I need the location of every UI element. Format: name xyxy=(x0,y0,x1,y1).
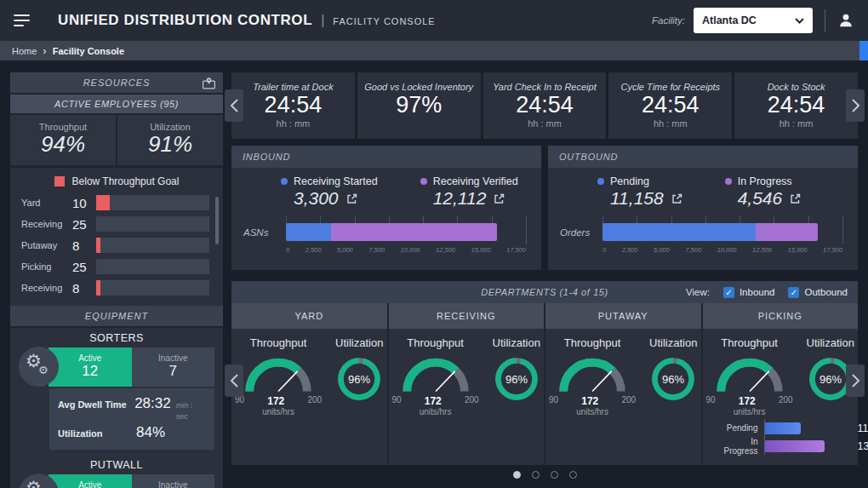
dept-col-receiving: Throughput 90172200 units/hrs U xyxy=(389,329,545,465)
breadcrumb-accent xyxy=(859,41,868,60)
chevron-right-icon xyxy=(852,374,859,388)
employee-bar xyxy=(96,259,209,274)
outbound-panel: OUTBOUND Pending 11,158 In Progress xyxy=(548,146,858,270)
breadcrumb-current: Facility Console xyxy=(53,46,124,56)
kpi-scroll-left-button[interactable] xyxy=(225,89,243,122)
pending-bar xyxy=(765,422,801,434)
machine-putwall: PUTWALL ⚙⚙ Active 10 Inactive 2 Avg Dwel… xyxy=(10,455,223,488)
dept-header-picking[interactable]: PICKING xyxy=(703,303,859,329)
header-divider xyxy=(825,9,825,32)
outbound-checkbox[interactable]: ✓ Outbound xyxy=(788,287,848,298)
legend-receiving-verified: Receiving Verified 12,112 xyxy=(420,175,518,209)
orders-stacked-bar xyxy=(602,223,842,241)
departments-panel: DEPARTMENTS (1-4 of 15) View: ✓ Inbound … xyxy=(231,281,858,465)
orders-axis: 02,5005,0007,50010,00012,50015,00017,500 xyxy=(602,246,842,254)
picking-order-bars: Pending 11,560 In Progress 13,772 xyxy=(706,419,855,455)
throughput-gauge xyxy=(711,353,789,394)
blue-dot-icon xyxy=(597,178,604,185)
asns-label: ASNs xyxy=(243,215,286,238)
employee-list-scrollbar[interactable] xyxy=(215,197,219,244)
content: RESOURCES ACTIVE EMPLOYEES (95) Throughp… xyxy=(0,60,868,488)
inbound-checkbox[interactable]: ✓ Inbound xyxy=(723,287,775,298)
dept-header-yard[interactable]: YARD xyxy=(231,303,387,329)
resources-sidebar: RESOURCES ACTIVE EMPLOYEES (95) Throughp… xyxy=(10,72,223,488)
employee-row-receiving-2: Receiving 8 xyxy=(21,278,209,299)
inbound-panel: INBOUND Receiving Started 3,300 Receivin… xyxy=(231,146,541,270)
kpi-dock-to-stock: Dock to Stock 24:54 hh : mm xyxy=(734,72,858,139)
legend-pending: Pending 11,158 xyxy=(597,175,682,209)
orders-chart: Orders 02,5005,0007,50010,00012,50015,00… xyxy=(560,215,846,265)
breadcrumb-home[interactable]: Home xyxy=(12,46,37,56)
stat-throughput: Throughput 94% xyxy=(10,115,116,165)
utilization-donut: 96% xyxy=(335,355,383,403)
breadcrumb: Home › Facility Console xyxy=(0,41,868,60)
inbound-header: INBOUND xyxy=(231,146,541,168)
kpi-good-vs-locked-inventory: Good vs Locked Inventory 97% xyxy=(357,72,481,139)
external-link-icon[interactable] xyxy=(494,193,505,204)
departments-scroll-right-button[interactable] xyxy=(846,365,865,397)
facility-label: Facility: xyxy=(652,15,685,26)
throughput-gauge xyxy=(553,353,631,394)
employee-rows: Yard 10 Receiving 25 Putaway 8 Picking 2… xyxy=(10,190,223,306)
legend-receiving-started: Receiving Started 3,300 xyxy=(281,175,378,209)
in-progress-bar-row: In Progress 13,772 xyxy=(715,437,855,455)
pagination-dot-2[interactable] xyxy=(532,471,540,479)
employee-row-picking: Picking 25 xyxy=(21,256,209,278)
sorters-inactive: Inactive 7 xyxy=(132,347,215,387)
departments-scroll-left-button[interactable] xyxy=(225,365,243,397)
pagination-dot-3[interactable] xyxy=(551,471,558,479)
external-link-icon[interactable] xyxy=(790,193,801,204)
kpi-trailer-time-at-dock: Trailer time at Dock 24:54 hh : mm xyxy=(231,72,355,139)
employee-bar xyxy=(96,280,209,296)
kpi-cycle-time-for-receipts: Cycle Time for Receipts 24:54 hh : mm xyxy=(608,72,732,139)
below-goal-legend: Below Throughput Goal xyxy=(10,168,223,190)
pending-bar-row: Pending 11,560 xyxy=(715,419,855,437)
top-bar: UNIFIED DISTRIBUTION CONTROL | FACILITY … xyxy=(0,0,868,41)
purple-dot-icon xyxy=(725,178,732,185)
purple-dot-icon xyxy=(420,178,427,185)
kpi-scroll-right-button[interactable] xyxy=(846,89,865,122)
equipment-title: EQUIPMENT xyxy=(85,311,148,321)
resources-title: RESOURCES xyxy=(83,78,151,88)
blue-dot-icon xyxy=(281,178,288,185)
in-progress-segment xyxy=(756,223,818,241)
user-icon[interactable] xyxy=(837,12,854,29)
receiving-verified-segment xyxy=(331,223,497,241)
receiving-started-segment xyxy=(286,223,331,241)
departments-pagination xyxy=(231,471,858,479)
pending-segment xyxy=(602,223,756,241)
asns-chart: ASNs 02,5005,0007,50010,00012,50015,0001… xyxy=(243,215,529,265)
breadcrumb-separator-icon: › xyxy=(43,45,46,56)
kpi-carousel: Trailer time at Dock 24:54 hh : mm Good … xyxy=(231,72,858,139)
menu-icon[interactable] xyxy=(14,14,32,26)
putwall-inactive: Inactive 2 xyxy=(132,474,215,488)
pagination-dot-1[interactable] xyxy=(513,471,521,479)
dept-header-putaway[interactable]: PUTAWAY xyxy=(545,303,701,329)
app-title-sub: FACILITY CONSOLE xyxy=(333,16,435,26)
dept-col-putaway: Throughput 90172200 units/hrs U xyxy=(545,329,701,465)
in-progress-bar xyxy=(765,440,825,452)
chevron-down-icon xyxy=(795,18,804,24)
employee-bar xyxy=(96,195,209,210)
resources-header: RESOURCES xyxy=(10,72,223,95)
dept-col-picking: Throughput 90172200 units/hrs U xyxy=(703,329,859,465)
external-link-icon[interactable] xyxy=(346,193,357,204)
facility-select[interactable]: Atlanta DC xyxy=(694,8,813,33)
pagination-dot-4[interactable] xyxy=(569,471,577,479)
chevron-right-icon xyxy=(852,99,859,112)
employee-bar xyxy=(96,216,209,232)
asns-stacked-bar xyxy=(286,223,526,241)
kpi-yard-check-in-to-receipt: Yard Check In to Receipt 24:54 hh : mm xyxy=(483,72,607,139)
utilization-donut: 96% xyxy=(493,355,540,403)
orders-label: Orders xyxy=(560,215,602,238)
employee-row-putaway: Putaway 8 xyxy=(21,235,209,256)
stat-utilization: Utilization 91% xyxy=(116,115,223,165)
throughput-gauge xyxy=(397,353,475,394)
throughput-gauge xyxy=(239,353,317,394)
app-title-main: UNIFIED DISTRIBUTION CONTROL xyxy=(58,12,312,29)
map-icon[interactable] xyxy=(202,77,216,92)
legend-in-progress: In Progress 4,546 xyxy=(725,175,802,209)
facility-console-app: UNIFIED DISTRIBUTION CONTROL | FACILITY … xyxy=(0,0,868,488)
external-link-icon[interactable] xyxy=(671,193,682,204)
dept-header-receiving[interactable]: RECEIVING xyxy=(389,303,545,329)
